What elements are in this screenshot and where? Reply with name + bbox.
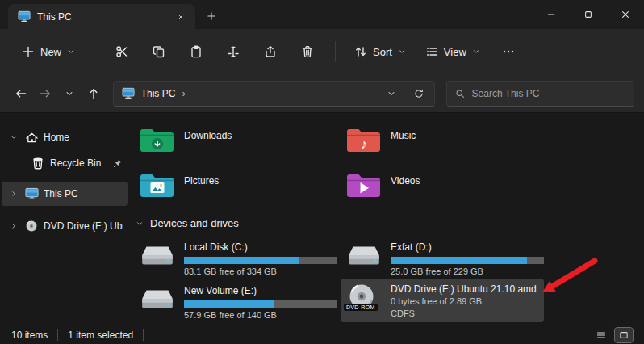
up-button[interactable] — [82, 82, 105, 106]
drive-tile-new-volume-e[interactable]: New Volume (E:) 57.9 GB free of 140 GB — [134, 280, 337, 321]
chevron-down-icon — [472, 48, 480, 56]
search-input[interactable] — [472, 88, 625, 99]
folder-tile-downloads[interactable]: Downloads — [134, 122, 337, 157]
minimize-button[interactable] — [533, 0, 570, 29]
view-toggles — [592, 328, 633, 342]
address-bar[interactable]: This PC › — [113, 81, 435, 107]
view-button[interactable]: View — [418, 36, 487, 67]
copy-icon — [153, 45, 165, 58]
new-button[interactable]: New — [15, 36, 82, 67]
drive-tile-exfat-d[interactable]: Exfat (D:) 25.0 GB free of 229 GB — [341, 237, 544, 277]
chevron-right-icon[interactable] — [10, 222, 19, 230]
drive-name: Exfat (D:) — [391, 241, 539, 253]
status-divider — [57, 329, 58, 341]
section-devices-and-drives[interactable]: Devices and drives — [136, 217, 239, 229]
back-button[interactable] — [10, 82, 32, 106]
toolbar-divider — [335, 41, 336, 62]
delete-button[interactable] — [291, 36, 324, 67]
folder-tile-music[interactable]: ♪ Music — [341, 122, 544, 157]
hard-drive-icon — [345, 240, 383, 269]
chevron-down-icon — [67, 48, 75, 56]
sidebar-item-label: Home — [44, 132, 69, 143]
hard-drive-icon — [139, 283, 176, 313]
dvd-drive-icon: DVD-ROM — [345, 282, 383, 311]
drive-filesystem: CDFS — [391, 308, 539, 319]
sidebar-item-label: Recycle Bin — [50, 157, 101, 169]
view-list-icon — [425, 45, 438, 58]
drive-tile-local-disk-c[interactable]: Local Disk (C:) 83.1 GB free of 334 GB — [134, 237, 337, 277]
ellipsis-icon — [502, 45, 515, 58]
chevron-down-icon[interactable] — [136, 220, 144, 228]
chevron-down-icon — [398, 48, 406, 56]
sidebar-item-this-pc[interactable]: This PC — [2, 182, 128, 206]
chevron-right-icon[interactable] — [10, 190, 19, 198]
pictures-folder-icon — [139, 170, 176, 201]
command-toolbar: New Sort View — [0, 29, 644, 74]
recent-locations-button[interactable] — [58, 82, 81, 106]
rename-button[interactable] — [217, 36, 249, 67]
capacity-bar — [184, 300, 337, 308]
address-dropdown-icon[interactable] — [381, 83, 402, 104]
large-icons-view-toggle[interactable] — [615, 328, 633, 342]
window-controls — [533, 0, 644, 29]
search-box[interactable] — [446, 81, 634, 107]
tab-close-icon[interactable] — [173, 9, 189, 25]
pin-icon — [113, 158, 123, 168]
refresh-icon[interactable] — [408, 83, 429, 104]
cut-button[interactable] — [106, 36, 138, 67]
rename-icon — [227, 45, 240, 58]
forward-button[interactable] — [34, 82, 56, 106]
folder-name: Music — [391, 127, 539, 141]
details-view-toggle[interactable] — [592, 328, 610, 342]
breadcrumb[interactable]: This PC — [141, 88, 176, 99]
drive-free-space: 57.9 GB free of 140 GB — [184, 310, 332, 321]
section-header-label: Devices and drives — [150, 217, 239, 229]
tab-title: This PC — [37, 11, 166, 23]
maximize-button[interactable] — [570, 0, 607, 29]
selection-count: 1 item selected — [68, 329, 133, 341]
chevron-down-icon[interactable] — [10, 133, 19, 141]
items-view: Downloads ♪ Music Pictures Videos Device… — [129, 114, 644, 325]
clipboard-icon — [190, 45, 203, 58]
recycle-bin-icon — [31, 157, 45, 170]
sort-button[interactable]: Sort — [347, 36, 413, 67]
plus-icon — [22, 45, 35, 58]
folder-name: Pictures — [184, 172, 332, 187]
dvd-rom-badge: DVD-ROM — [344, 304, 378, 311]
scissors-icon — [115, 45, 128, 58]
drive-free-space: 83.1 GB free of 334 GB — [184, 266, 332, 277]
music-folder-icon: ♪ — [345, 125, 383, 156]
folder-tile-videos[interactable]: Videos — [341, 167, 544, 203]
close-button[interactable] — [607, 0, 644, 29]
new-button-label: New — [40, 46, 61, 58]
search-icon — [455, 89, 465, 99]
trash-icon — [301, 45, 314, 58]
breadcrumb-chevron[interactable]: › — [182, 87, 185, 99]
share-icon — [264, 45, 277, 58]
this-pc-icon — [18, 10, 31, 23]
videos-folder-icon — [345, 170, 383, 201]
folder-name: Videos — [391, 172, 539, 187]
sidebar-item-label: DVD Drive (F:) Ubun — [44, 220, 123, 232]
sidebar-item-recycle-bin[interactable]: Recycle Bin — [2, 151, 128, 175]
paste-button[interactable] — [180, 36, 212, 67]
capacity-bar — [391, 257, 544, 264]
sort-button-label: Sort — [373, 46, 392, 58]
sidebar-item-home[interactable]: Home — [2, 125, 128, 149]
share-button[interactable] — [254, 36, 286, 67]
drive-tile-dvd-f-selected[interactable]: DVD-ROM DVD Drive (F:) Ubuntu 21.10 amd … — [341, 279, 544, 322]
folder-name: Downloads — [184, 127, 332, 141]
new-tab-button[interactable] — [200, 6, 223, 27]
hard-drive-icon — [139, 240, 176, 269]
status-divider — [143, 329, 144, 341]
item-count: 10 items — [11, 329, 48, 341]
titlebar: This PC — [0, 0, 644, 29]
tab-this-pc[interactable]: This PC — [8, 4, 195, 29]
copy-button[interactable] — [143, 36, 175, 67]
sidebar-item-dvd-drive[interactable]: DVD Drive (F:) Ubun — [2, 214, 128, 238]
drive-free-space: 0 bytes free of 2.89 GB — [391, 296, 539, 307]
folder-tile-pictures[interactable]: Pictures — [134, 167, 337, 203]
more-options-button[interactable] — [492, 36, 525, 67]
view-button-label: View — [444, 46, 466, 58]
capacity-bar — [184, 257, 337, 264]
